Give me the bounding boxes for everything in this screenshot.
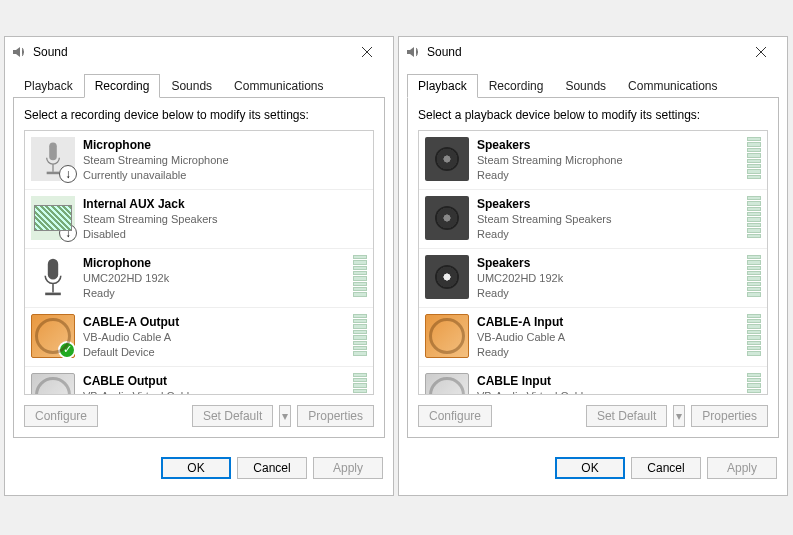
device-info: CABLE Input VB-Audio Virtual Cable Ready <box>477 373 743 396</box>
device-name: CABLE Output <box>83 373 349 389</box>
device-name: CABLE-A Input <box>477 314 743 330</box>
set-default-button[interactable]: Set Default <box>586 405 667 427</box>
instruction-text: Select a recording device below to modif… <box>24 108 374 122</box>
configure-button[interactable]: Configure <box>24 405 98 427</box>
device-status: Default Device <box>83 345 349 360</box>
device-name: CABLE-A Output <box>83 314 349 330</box>
speaker-icon <box>425 137 469 181</box>
down-arrow-icon: ↓ <box>59 224 77 242</box>
properties-button[interactable]: Properties <box>297 405 374 427</box>
window-title: Sound <box>427 45 741 59</box>
device-status: Ready <box>477 286 743 301</box>
aux-jack-icon: ↓ <box>31 196 75 240</box>
level-meter <box>747 314 761 356</box>
device-desc: VB-Audio Virtual Cable <box>477 389 743 395</box>
device-info: Speakers Steam Streaming Speakers Ready <box>477 196 743 242</box>
device-name: Speakers <box>477 137 743 153</box>
tab-sounds[interactable]: Sounds <box>160 74 223 98</box>
device-desc: UMC202HD 192k <box>83 271 349 286</box>
device-desc: Steam Streaming Microphone <box>83 153 349 168</box>
tab-strip: Playback Recording Sounds Communications <box>5 67 393 98</box>
device-info: Microphone UMC202HD 192k Ready <box>83 255 349 301</box>
panel-buttons: Configure Set Default▾ Properties <box>418 405 768 427</box>
device-name: Microphone <box>83 137 349 153</box>
device-info: CABLE Output VB-Audio Virtual Cable Read… <box>83 373 349 396</box>
device-info: Microphone Steam Streaming Microphone Cu… <box>83 137 349 183</box>
device-row[interactable]: CABLE Output VB-Audio Virtual Cable Read… <box>25 367 373 396</box>
tab-panel: Select a recording device below to modif… <box>13 97 385 438</box>
device-status: Ready <box>477 227 743 242</box>
cable-icon <box>425 373 469 396</box>
tab-strip: Playback Recording Sounds Communications <box>399 67 787 98</box>
sound-icon <box>11 44 27 60</box>
dialog-footer: OK Cancel Apply <box>399 447 787 479</box>
svg-rect-1 <box>47 172 60 175</box>
close-button[interactable] <box>741 38 781 66</box>
properties-button[interactable]: Properties <box>691 405 768 427</box>
device-status: Ready <box>477 168 743 183</box>
svg-rect-3 <box>45 292 61 295</box>
instruction-text: Select a playback device below to modify… <box>418 108 768 122</box>
device-info: Speakers UMC202HD 192k Ready <box>477 255 743 301</box>
device-row[interactable]: ↓ Internal AUX Jack Steam Streaming Spea… <box>25 190 373 249</box>
device-row[interactable]: Speakers Steam Streaming Speakers Ready <box>419 190 767 249</box>
tab-playback[interactable]: Playback <box>407 74 478 98</box>
configure-button[interactable]: Configure <box>418 405 492 427</box>
panel-buttons: Configure Set Default▾ Properties <box>24 405 374 427</box>
level-meter <box>353 373 367 396</box>
level-meter <box>353 314 367 356</box>
cable-icon <box>31 373 75 396</box>
device-list[interactable]: Speakers Steam Streaming Microphone Read… <box>418 130 768 395</box>
device-status: Ready <box>477 345 743 360</box>
device-list[interactable]: ↓ Microphone Steam Streaming Microphone … <box>24 130 374 395</box>
device-desc: VB-Audio Virtual Cable <box>83 389 349 395</box>
device-info: Internal AUX Jack Steam Streaming Speake… <box>83 196 349 242</box>
device-row[interactable]: CABLE-A Input VB-Audio Cable A Ready <box>419 308 767 367</box>
apply-button[interactable]: Apply <box>313 457 383 479</box>
device-desc: Steam Streaming Speakers <box>83 212 349 227</box>
set-default-dropdown[interactable]: ▾ <box>279 405 291 427</box>
set-default-dropdown[interactable]: ▾ <box>673 405 685 427</box>
tab-sounds[interactable]: Sounds <box>554 74 617 98</box>
cancel-button[interactable]: Cancel <box>631 457 701 479</box>
tab-recording[interactable]: Recording <box>478 74 555 98</box>
tab-communications[interactable]: Communications <box>223 74 334 98</box>
device-row[interactable]: Speakers Steam Streaming Microphone Read… <box>419 131 767 190</box>
close-button[interactable] <box>347 38 387 66</box>
microphone-icon <box>31 255 75 299</box>
level-meter <box>747 196 761 238</box>
checkmark-icon: ✓ <box>58 341 76 359</box>
sound-icon <box>405 44 421 60</box>
device-name: Speakers <box>477 255 743 271</box>
tab-recording[interactable]: Recording <box>84 74 161 98</box>
device-info: CABLE-A Output VB-Audio Cable A Default … <box>83 314 349 360</box>
device-row[interactable]: CABLE Input VB-Audio Virtual Cable Ready <box>419 367 767 396</box>
cancel-button[interactable]: Cancel <box>237 457 307 479</box>
device-status: Disabled <box>83 227 349 242</box>
speaker-icon <box>425 255 469 299</box>
svg-rect-0 <box>49 143 57 161</box>
device-row[interactable]: Microphone UMC202HD 192k Ready <box>25 249 373 308</box>
tab-playback[interactable]: Playback <box>13 74 84 98</box>
device-info: CABLE-A Input VB-Audio Cable A Ready <box>477 314 743 360</box>
dialog-footer: OK Cancel Apply <box>5 447 393 479</box>
sound-dialog-recording: Sound Playback Recording Sounds Communic… <box>4 36 394 496</box>
device-desc: VB-Audio Cable A <box>83 330 349 345</box>
device-desc: Steam Streaming Speakers <box>477 212 743 227</box>
device-name: Microphone <box>83 255 349 271</box>
device-row[interactable]: ↓ Microphone Steam Streaming Microphone … <box>25 131 373 190</box>
device-desc: UMC202HD 192k <box>477 271 743 286</box>
set-default-button[interactable]: Set Default <box>192 405 273 427</box>
speaker-icon <box>425 196 469 240</box>
ok-button[interactable]: OK <box>555 457 625 479</box>
cable-icon: ✓ <box>31 314 75 358</box>
apply-button[interactable]: Apply <box>707 457 777 479</box>
device-status: Ready <box>83 286 349 301</box>
tab-communications[interactable]: Communications <box>617 74 728 98</box>
device-row[interactable]: Speakers UMC202HD 192k Ready <box>419 249 767 308</box>
device-desc: VB-Audio Cable A <box>477 330 743 345</box>
device-row[interactable]: ✓ CABLE-A Output VB-Audio Cable A Defaul… <box>25 308 373 367</box>
ok-button[interactable]: OK <box>161 457 231 479</box>
window-title: Sound <box>33 45 347 59</box>
tab-panel: Select a playback device below to modify… <box>407 97 779 438</box>
